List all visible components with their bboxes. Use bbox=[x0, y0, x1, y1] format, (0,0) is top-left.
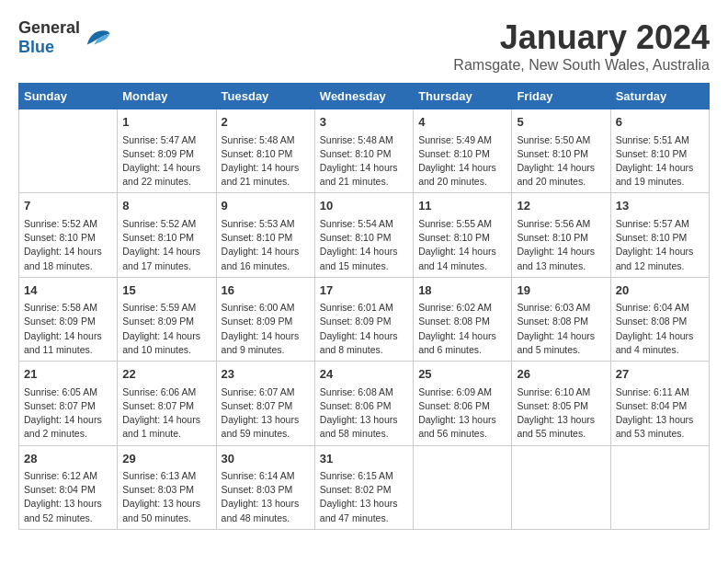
day-number: 26 bbox=[517, 365, 605, 384]
day-info: Sunrise: 5:57 AM Sunset: 8:10 PM Dayligh… bbox=[616, 217, 704, 273]
calendar-cell bbox=[19, 109, 118, 193]
day-number: 17 bbox=[320, 282, 408, 300]
day-number: 24 bbox=[320, 365, 408, 384]
day-info: Sunrise: 6:15 AM Sunset: 8:02 PM Dayligh… bbox=[320, 469, 408, 525]
calendar-cell: 12Sunrise: 5:56 AM Sunset: 8:10 PM Dayli… bbox=[512, 193, 610, 277]
logo-bird-icon bbox=[84, 25, 111, 51]
day-info: Sunrise: 6:13 AM Sunset: 8:03 PM Dayligh… bbox=[122, 469, 210, 525]
calendar-cell: 18Sunrise: 6:02 AM Sunset: 8:08 PM Dayli… bbox=[414, 277, 512, 361]
day-info: Sunrise: 6:05 AM Sunset: 8:07 PM Dayligh… bbox=[24, 385, 112, 442]
calendar-cell: 10Sunrise: 5:54 AM Sunset: 8:10 PM Dayli… bbox=[314, 193, 413, 277]
day-info: Sunrise: 5:51 AM Sunset: 8:10 PM Dayligh… bbox=[616, 133, 704, 190]
calendar-cell: 13Sunrise: 5:57 AM Sunset: 8:10 PM Dayli… bbox=[610, 193, 709, 277]
calendar-cell bbox=[610, 445, 709, 529]
logo-blue: Blue bbox=[18, 38, 54, 56]
day-header-monday: Monday bbox=[118, 84, 216, 109]
day-info: Sunrise: 5:52 AM Sunset: 8:10 PM Dayligh… bbox=[122, 217, 210, 273]
day-info: Sunrise: 5:56 AM Sunset: 8:10 PM Dayligh… bbox=[517, 217, 605, 273]
calendar-week-row: 28Sunrise: 6:12 AM Sunset: 8:04 PM Dayli… bbox=[19, 445, 710, 529]
calendar-cell: 7Sunrise: 5:52 AM Sunset: 8:10 PM Daylig… bbox=[19, 193, 118, 277]
calendar-cell: 9Sunrise: 5:53 AM Sunset: 8:10 PM Daylig… bbox=[216, 193, 314, 277]
day-number: 23 bbox=[222, 365, 310, 384]
day-number: 11 bbox=[418, 197, 506, 215]
calendar-cell bbox=[414, 445, 512, 529]
day-number: 25 bbox=[418, 365, 506, 384]
calendar-table: SundayMondayTuesdayWednesdayThursdayFrid… bbox=[18, 83, 710, 530]
day-number: 20 bbox=[616, 282, 704, 300]
title-area: January 2024 Ramsgate, New South Wales, … bbox=[453, 18, 710, 74]
location-subtitle: Ramsgate, New South Wales, Australia bbox=[453, 57, 710, 74]
calendar-cell: 27Sunrise: 6:11 AM Sunset: 8:04 PM Dayli… bbox=[610, 362, 709, 445]
calendar-cell: 26Sunrise: 6:10 AM Sunset: 8:05 PM Dayli… bbox=[512, 362, 610, 445]
calendar-cell: 24Sunrise: 6:08 AM Sunset: 8:06 PM Dayli… bbox=[314, 362, 413, 445]
logo-general: General bbox=[18, 18, 80, 37]
day-header-saturday: Saturday bbox=[610, 84, 709, 109]
calendar-cell: 11Sunrise: 5:55 AM Sunset: 8:10 PM Dayli… bbox=[414, 193, 512, 277]
calendar-cell: 29Sunrise: 6:13 AM Sunset: 8:03 PM Dayli… bbox=[118, 445, 216, 529]
calendar-cell: 4Sunrise: 5:49 AM Sunset: 8:10 PM Daylig… bbox=[414, 109, 512, 193]
calendar-cell: 19Sunrise: 6:03 AM Sunset: 8:08 PM Dayli… bbox=[512, 277, 610, 361]
day-info: Sunrise: 6:07 AM Sunset: 8:07 PM Dayligh… bbox=[222, 385, 310, 442]
calendar-cell: 6Sunrise: 5:51 AM Sunset: 8:10 PM Daylig… bbox=[610, 109, 709, 193]
calendar-cell: 5Sunrise: 5:50 AM Sunset: 8:10 PM Daylig… bbox=[512, 109, 610, 193]
day-number: 1 bbox=[122, 113, 210, 132]
calendar-cell: 30Sunrise: 6:14 AM Sunset: 8:03 PM Dayli… bbox=[216, 445, 314, 529]
calendar-cell: 16Sunrise: 6:00 AM Sunset: 8:09 PM Dayli… bbox=[216, 277, 314, 361]
day-number: 12 bbox=[517, 197, 605, 215]
day-number: 5 bbox=[517, 113, 605, 132]
day-number: 14 bbox=[24, 282, 112, 300]
day-info: Sunrise: 6:14 AM Sunset: 8:03 PM Dayligh… bbox=[222, 469, 310, 525]
day-number: 7 bbox=[24, 197, 112, 215]
day-header-thursday: Thursday bbox=[414, 84, 512, 109]
day-number: 2 bbox=[222, 113, 310, 132]
calendar-cell: 8Sunrise: 5:52 AM Sunset: 8:10 PM Daylig… bbox=[118, 193, 216, 277]
day-number: 3 bbox=[320, 113, 408, 132]
day-number: 18 bbox=[418, 282, 506, 300]
day-number: 31 bbox=[320, 450, 408, 468]
day-info: Sunrise: 6:12 AM Sunset: 8:04 PM Dayligh… bbox=[24, 469, 112, 525]
day-info: Sunrise: 6:04 AM Sunset: 8:08 PM Dayligh… bbox=[616, 301, 704, 357]
day-number: 19 bbox=[517, 282, 605, 300]
calendar-week-row: 7Sunrise: 5:52 AM Sunset: 8:10 PM Daylig… bbox=[19, 193, 710, 277]
day-number: 30 bbox=[222, 450, 310, 468]
day-header-wednesday: Wednesday bbox=[314, 84, 413, 109]
calendar-week-row: 1Sunrise: 5:47 AM Sunset: 8:09 PM Daylig… bbox=[19, 109, 710, 193]
day-info: Sunrise: 5:49 AM Sunset: 8:10 PM Dayligh… bbox=[418, 133, 506, 190]
day-info: Sunrise: 6:02 AM Sunset: 8:08 PM Dayligh… bbox=[418, 301, 506, 357]
day-info: Sunrise: 5:53 AM Sunset: 8:10 PM Dayligh… bbox=[222, 217, 310, 273]
day-header-sunday: Sunday bbox=[19, 84, 118, 109]
day-number: 29 bbox=[122, 450, 210, 468]
day-number: 27 bbox=[616, 365, 704, 384]
month-title: January 2024 bbox=[453, 18, 710, 57]
day-info: Sunrise: 5:48 AM Sunset: 8:10 PM Dayligh… bbox=[320, 133, 408, 190]
calendar-cell: 3Sunrise: 5:48 AM Sunset: 8:10 PM Daylig… bbox=[314, 109, 413, 193]
day-info: Sunrise: 6:03 AM Sunset: 8:08 PM Dayligh… bbox=[517, 301, 605, 357]
day-number: 6 bbox=[616, 113, 704, 132]
day-info: Sunrise: 5:55 AM Sunset: 8:10 PM Dayligh… bbox=[418, 217, 506, 273]
calendar-cell bbox=[512, 445, 610, 529]
day-info: Sunrise: 6:09 AM Sunset: 8:06 PM Dayligh… bbox=[418, 385, 506, 442]
calendar-cell: 23Sunrise: 6:07 AM Sunset: 8:07 PM Dayli… bbox=[216, 362, 314, 445]
calendar-cell: 1Sunrise: 5:47 AM Sunset: 8:09 PM Daylig… bbox=[118, 109, 216, 193]
day-info: Sunrise: 5:59 AM Sunset: 8:09 PM Dayligh… bbox=[122, 301, 210, 357]
day-number: 8 bbox=[122, 197, 210, 215]
day-number: 28 bbox=[24, 450, 112, 468]
calendar-cell: 20Sunrise: 6:04 AM Sunset: 8:08 PM Dayli… bbox=[610, 277, 709, 361]
calendar-cell: 22Sunrise: 6:06 AM Sunset: 8:07 PM Dayli… bbox=[118, 362, 216, 445]
day-number: 9 bbox=[222, 197, 310, 215]
day-number: 15 bbox=[122, 282, 210, 300]
day-info: Sunrise: 6:00 AM Sunset: 8:09 PM Dayligh… bbox=[222, 301, 310, 357]
calendar-cell: 21Sunrise: 6:05 AM Sunset: 8:07 PM Dayli… bbox=[19, 362, 118, 445]
day-info: Sunrise: 6:08 AM Sunset: 8:06 PM Dayligh… bbox=[320, 385, 408, 442]
day-header-tuesday: Tuesday bbox=[216, 84, 314, 109]
day-number: 16 bbox=[222, 282, 310, 300]
calendar-cell: 25Sunrise: 6:09 AM Sunset: 8:06 PM Dayli… bbox=[414, 362, 512, 445]
day-info: Sunrise: 5:50 AM Sunset: 8:10 PM Dayligh… bbox=[517, 133, 605, 190]
day-number: 4 bbox=[418, 113, 506, 132]
day-header-friday: Friday bbox=[512, 84, 610, 109]
day-info: Sunrise: 5:48 AM Sunset: 8:10 PM Dayligh… bbox=[222, 133, 310, 190]
calendar-cell: 15Sunrise: 5:59 AM Sunset: 8:09 PM Dayli… bbox=[118, 277, 216, 361]
day-info: Sunrise: 6:10 AM Sunset: 8:05 PM Dayligh… bbox=[517, 385, 605, 442]
page-header: General Blue January 2024 Ramsgate, New … bbox=[18, 18, 710, 74]
day-number: 10 bbox=[320, 197, 408, 215]
